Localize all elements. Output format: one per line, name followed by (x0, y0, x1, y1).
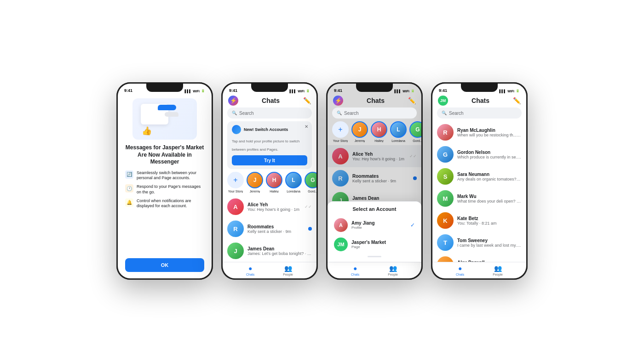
tab-people-3[interactable]: 👥 People (388, 265, 398, 276)
chat-name-sara: Sara Neumann (457, 172, 522, 177)
wifi-icon-3: WiFi (402, 90, 409, 93)
chat-kate[interactable]: K Kate Betz You: Totally · 8:21 am (432, 209, 526, 232)
chat-gordon[interactable]: G Gordon Nelson Which produce is current… (432, 143, 526, 165)
chat-name-tom: Tom Sweeney (457, 238, 522, 243)
story-label-jeremy-2: Jeremy (250, 190, 260, 193)
chat-meta-roommates-3 (413, 176, 417, 180)
story-hailey-2[interactable]: H Hailey (266, 172, 282, 193)
account-type-jasper: Page (351, 245, 415, 249)
story-hailey-3[interactable]: H Hailey (371, 121, 387, 142)
account-avatar-amy: A (334, 218, 348, 232)
account-name-jasper: Jasper's Market (351, 240, 415, 245)
tab-chats-3[interactable]: ● Chats (351, 265, 359, 276)
chat-roommates-2[interactable]: R Roommates Kelly sent a sticker · 9m (223, 218, 316, 240)
chat-list-4: R Ryan McLaughlin When will you be resto… (432, 121, 526, 262)
feature-text-1: Seamlessly switch between your personal … (137, 170, 204, 181)
story-label-gordon-3: Gord... (413, 139, 421, 142)
feature-item-1: 🔄 Seamlessly switch between your persona… (125, 170, 204, 181)
chat-info-tom: Tom Sweeney I came by last week and lost… (457, 238, 522, 248)
tab-people-4[interactable]: 👥 People (493, 265, 503, 276)
story-gordon-2[interactable]: G Gord... (305, 172, 316, 193)
story-label-gordon-2: Gord... (308, 190, 316, 193)
status-time-4: 9:41 (439, 88, 447, 93)
chat-info-kate: Kate Betz You: Totally · 8:21 am (457, 216, 522, 226)
account-info-amy: Amy Jiang Profile (351, 221, 407, 230)
chat-tom[interactable]: T Tom Sweeney I came by last week and lo… (432, 232, 526, 254)
compose-icon-4[interactable]: ✏️ (513, 97, 521, 104)
illus-chat-bubble-2 (165, 112, 178, 117)
feature-item-3: 🔔 Control when notifications are display… (125, 198, 204, 209)
try-it-button[interactable]: Try It (232, 155, 307, 165)
chat-info-gordon: Gordon Nelson Which produce is currently… (457, 150, 522, 159)
chat-name-kate: Kate Betz (457, 216, 522, 221)
chat-info-ryan: Ryan McLaughlin When will you be restock… (457, 128, 522, 137)
search-bar-4[interactable]: 🔍 Search (437, 107, 522, 119)
tab-chats-4[interactable]: ● Chats (456, 265, 464, 276)
banner-icon (232, 125, 241, 134)
nav-bar-4: JM Chats ✏️ (432, 94, 526, 107)
people-tab-icon-2: 👥 (284, 265, 292, 272)
chats-tab-label-2: Chats (246, 273, 254, 276)
story-loredana-3[interactable]: L Loredana (390, 121, 407, 142)
search-bar-3[interactable]: 🔍 Search (332, 107, 417, 119)
welcome-content: 👍 Messages for Jasper's Market Are Now A… (118, 94, 212, 278)
chat-sara[interactable]: S Sara Neumann Any deals on organic toma… (432, 165, 526, 187)
add-story-icon-2: + (227, 172, 244, 188)
tab-chats-2[interactable]: ● Chats (246, 265, 254, 276)
story-jeremy-3[interactable]: J Jeremy (351, 121, 368, 142)
status-time-1: 9:41 (124, 88, 132, 93)
your-story-2[interactable]: + Your Story (227, 172, 244, 193)
chat-alice-2[interactable]: A Alice Yeh You: Hey how's it going · 1m… (223, 196, 316, 218)
stories-row-3: + Your Story J Jeremy H Hailey L Loredan… (328, 121, 421, 145)
chat-info-roommates-2: Roommates Kelly sent a sticker · 9m (247, 224, 305, 234)
search-icon-3: 🔍 (337, 111, 342, 115)
feature-text-3: Control when notifications are displayed… (137, 198, 204, 209)
account-info-jasper: Jasper's Market Page (351, 240, 415, 249)
chat-info-james-2: James Dean James: Let's get boba tonight… (247, 246, 312, 256)
unread-dot-roommates-2 (308, 227, 312, 231)
jasper-avatar-4: JM (438, 96, 448, 106)
story-loredana-2[interactable]: L Loredana (285, 172, 302, 193)
tab-people-2[interactable]: 👥 People (283, 265, 293, 276)
avatar-alice-3: A (332, 148, 349, 164)
chat-info-mark: Mark Wu What time does your deli open? ·… (457, 194, 522, 204)
chat-alice-3[interactable]: A Alice Yeh You: Hey how's it going · 1m… (328, 145, 421, 167)
story-gordon-3[interactable]: G Gord... (409, 121, 421, 142)
feature-icon-respond: 🕐 (125, 184, 133, 192)
chat-preview-kate: You: Totally · 8:21 am (457, 221, 522, 226)
feature-list: 🔄 Seamlessly switch between your persona… (125, 170, 204, 209)
chat-james-2[interactable]: J James Dean James: Let's get boba tonig… (223, 240, 316, 262)
search-placeholder-3: Search (344, 111, 359, 116)
status-icons-1: ▌▌▌ WiFi 🔋 (184, 89, 205, 93)
account-item-jasper[interactable]: JM Jasper's Market Page (332, 235, 417, 254)
chat-roommates-3[interactable]: R Roommates Kelly sent a sticker · 9m (328, 167, 421, 189)
story-jeremy-2[interactable]: J Jeremy (247, 172, 263, 193)
account-item-amy[interactable]: A Amy Jiang Profile ✓ (332, 215, 417, 235)
chat-info-sara: Sara Neumann Any deals on organic tomato… (457, 172, 522, 181)
feature-icon-notify: 🔔 (125, 198, 133, 207)
compose-icon-2[interactable]: ✏️ (303, 97, 311, 104)
search-icon-4: 🔍 (442, 111, 447, 115)
account-avatar-jasper: JM (334, 238, 348, 251)
chat-alex[interactable]: A Alex Darwell You: 9-5 · Tue (432, 254, 526, 262)
banner-close-button[interactable]: ✕ (305, 124, 308, 129)
feature-icon-switch: 🔄 (125, 170, 133, 179)
chat-name-roommates-2: Roommates (247, 224, 305, 229)
story-avatar-jeremy-2: J (247, 172, 263, 188)
account-name-amy: Amy Jiang (351, 221, 407, 226)
story-avatar-loredana-3: L (390, 121, 407, 138)
signal-icon-3: ▌▌▌ (394, 90, 401, 93)
phone-2: 9:41 ▌▌▌ WiFi 🔋 ⚡ Chats ✏️ 🔍 Search Ne (221, 82, 318, 280)
compose-icon-3[interactable]: ✏️ (408, 97, 416, 104)
chat-ryan[interactable]: R Ryan McLaughlin When will you be resto… (432, 121, 526, 143)
chat-mark[interactable]: M Mark Wu What time does your deli open?… (432, 187, 526, 209)
tab-bar-3: ● Chats 👥 People (328, 262, 421, 278)
people-tab-icon-4: 👥 (494, 265, 502, 272)
search-bar-2[interactable]: 🔍 Search (227, 107, 312, 119)
phones-container: 9:41 ▌▌▌ WiFi 🔋 👍 Messages for Jasper's … (116, 82, 528, 280)
story-add-3[interactable]: + Your Story (332, 121, 349, 142)
chats-tab-icon-4: ● (458, 265, 462, 272)
ok-button[interactable]: OK (125, 258, 204, 272)
chat-preview-roommates-2: Kelly sent a sticker · 9m (247, 229, 305, 234)
people-tab-label-4: People (493, 273, 503, 276)
